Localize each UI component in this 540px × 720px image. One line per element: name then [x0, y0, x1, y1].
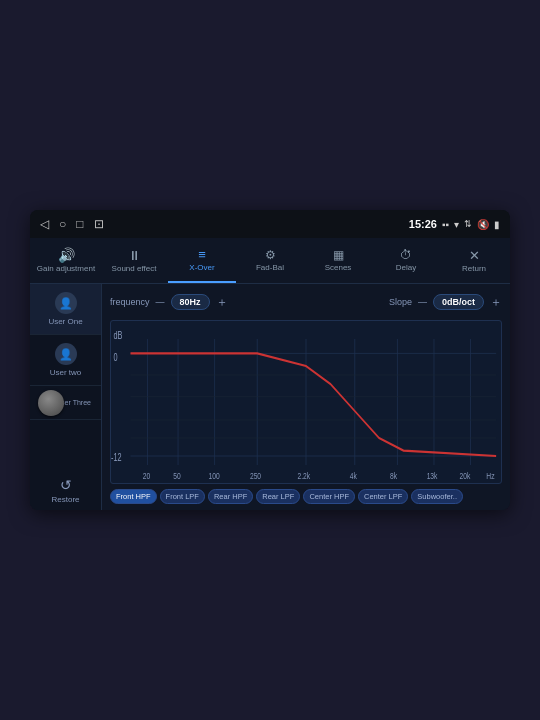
content-area: 👤 User One 👤 User two User Three ↺ Resto… — [30, 284, 510, 510]
svg-text:0: 0 — [113, 351, 117, 363]
signal-icon: ▪▪ — [442, 219, 449, 230]
fadbal-icon: ⚙ — [265, 248, 276, 262]
filter-subwoofer[interactable]: Subwoofer.. — [411, 489, 463, 504]
back-icon[interactable]: ◁ — [40, 217, 49, 231]
frequency-label: frequency — [110, 297, 150, 307]
svg-text:dB: dB — [113, 330, 122, 342]
sound-icon: ⏸ — [128, 248, 141, 263]
slope-value[interactable]: 0dB/oct — [433, 294, 484, 310]
tab-return-label: Return — [462, 265, 486, 274]
data-icon: ⇅ — [464, 219, 472, 229]
status-right: 15:26 ▪▪ ▾ ⇅ 🔇 ▮ — [409, 218, 500, 230]
restore-label: Restore — [51, 495, 79, 504]
svg-text:8k: 8k — [390, 470, 398, 482]
tab-return[interactable]: ✕ Return — [440, 238, 508, 283]
svg-text:Hz: Hz — [486, 470, 494, 482]
freq-dash: — — [156, 297, 165, 307]
delay-icon: ⏱ — [400, 248, 412, 262]
chart-svg: dB 0 -12 — [111, 321, 501, 483]
filter-rear-lpf[interactable]: Rear LPF — [256, 489, 300, 504]
tab-sound-label: Sound effect — [112, 265, 157, 274]
svg-text:-12: -12 — [111, 452, 122, 464]
tab-xover[interactable]: ≡ X-Over — [168, 238, 236, 283]
svg-text:50: 50 — [173, 470, 181, 482]
nav-icons: ◁ ○ □ ⊡ — [40, 217, 104, 231]
tab-bar: 🔊 Gain adjustment ⏸ Sound effect ≡ X-Ove… — [30, 238, 510, 284]
user2-avatar: 👤 — [55, 343, 77, 365]
chart-container: dB 0 -12 — [110, 320, 502, 484]
xover-icon: ≡ — [198, 247, 206, 262]
tab-gain-label: Gain adjustment — [37, 265, 95, 274]
wifi-icon: ▾ — [454, 219, 459, 230]
gain-icon: 🔊 — [58, 247, 75, 263]
tab-delay[interactable]: ⏱ Delay — [372, 238, 440, 283]
tab-scenes[interactable]: ▦ Scenes — [304, 238, 372, 283]
tab-sound[interactable]: ⏸ Sound effect — [100, 238, 168, 283]
tab-fadbal-label: Fad-Bal — [256, 264, 284, 273]
tab-gain[interactable]: 🔊 Gain adjustment — [32, 238, 100, 283]
controls-row: frequency — 80Hz ＋ Slope — 0dB/oct ＋ — [110, 290, 502, 314]
svg-text:2.2k: 2.2k — [297, 470, 310, 482]
slope-label: Slope — [389, 297, 412, 307]
svg-text:13k: 13k — [427, 470, 438, 482]
restore-icon: ↺ — [60, 477, 72, 493]
battery-icon: ▮ — [494, 219, 500, 230]
filter-front-hpf[interactable]: Front HPF — [110, 489, 157, 504]
user3-knob — [38, 390, 64, 416]
return-icon: ✕ — [469, 248, 480, 263]
filter-front-lpf[interactable]: Front LPF — [160, 489, 205, 504]
menu-icon[interactable]: ⊡ — [94, 217, 104, 231]
filter-center-hpf[interactable]: Center HPF — [303, 489, 355, 504]
scenes-icon: ▦ — [333, 248, 344, 262]
svg-text:20: 20 — [143, 470, 151, 482]
user1-avatar: 👤 — [55, 292, 77, 314]
volume-icon: 🔇 — [477, 219, 489, 230]
sidebar: 👤 User One 👤 User two User Three ↺ Resto… — [30, 284, 102, 510]
tab-delay-label: Delay — [396, 264, 416, 273]
home-icon[interactable]: ○ — [59, 217, 66, 231]
slope-dash: — — [418, 297, 427, 307]
user1-label: User One — [48, 317, 82, 326]
status-time: 15:26 — [409, 218, 437, 230]
sidebar-item-user2[interactable]: 👤 User two — [30, 335, 101, 386]
restore-item[interactable]: ↺ Restore — [30, 471, 101, 510]
svg-text:250: 250 — [250, 470, 261, 482]
app-container: 🔊 Gain adjustment ⏸ Sound effect ≡ X-Ove… — [30, 238, 510, 510]
tab-xover-label: X-Over — [189, 264, 214, 273]
device-frame: ◁ ○ □ ⊡ 15:26 ▪▪ ▾ ⇅ 🔇 ▮ 🔊 Gain adjustme… — [30, 210, 510, 510]
slope-plus-icon[interactable]: ＋ — [490, 294, 502, 311]
sidebar-item-user3[interactable]: User Three — [30, 386, 101, 420]
svg-text:20k: 20k — [460, 470, 471, 482]
filter-row: Front HPF Front LPF Rear HPF Rear LPF Ce… — [110, 489, 502, 504]
recents-icon[interactable]: □ — [76, 217, 83, 231]
svg-text:100: 100 — [209, 470, 220, 482]
filter-rear-hpf[interactable]: Rear HPF — [208, 489, 253, 504]
tab-fadbal[interactable]: ⚙ Fad-Bal — [236, 238, 304, 283]
status-bar: ◁ ○ □ ⊡ 15:26 ▪▪ ▾ ⇅ 🔇 ▮ — [30, 210, 510, 238]
tab-scenes-label: Scenes — [325, 264, 352, 273]
frequency-value[interactable]: 80Hz — [171, 294, 210, 310]
sidebar-item-user1[interactable]: 👤 User One — [30, 284, 101, 335]
main-panel: frequency — 80Hz ＋ Slope — 0dB/oct ＋ dB — [102, 284, 510, 510]
user2-label: User two — [50, 368, 82, 377]
svg-text:4k: 4k — [350, 470, 358, 482]
freq-plus-icon[interactable]: ＋ — [216, 294, 228, 311]
filter-center-lpf[interactable]: Center LPF — [358, 489, 408, 504]
